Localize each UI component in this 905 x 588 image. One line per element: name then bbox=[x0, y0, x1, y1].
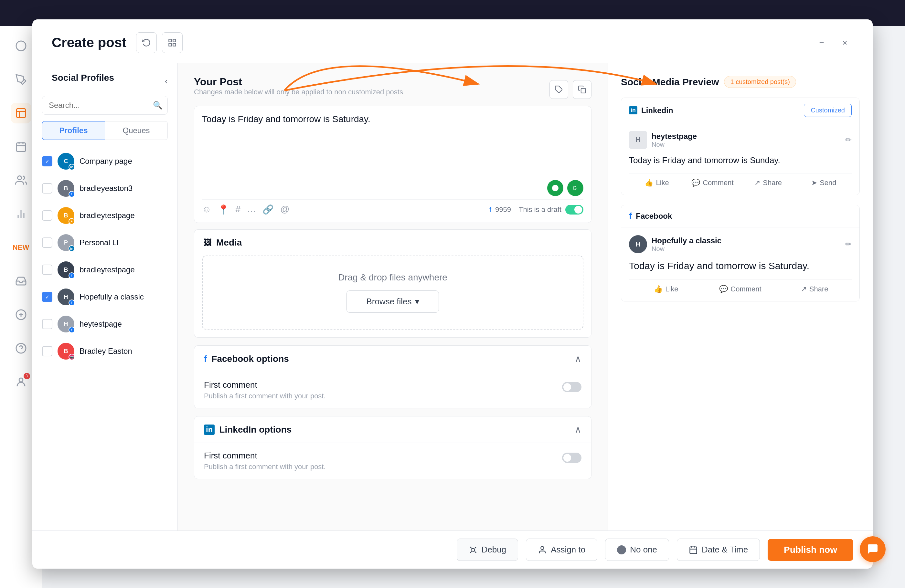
profile-checkbox-personalLI[interactable] bbox=[42, 238, 52, 248]
ai-check-icon[interactable] bbox=[547, 180, 564, 196]
tab-queues[interactable]: Queues bbox=[105, 121, 168, 140]
post-textarea[interactable]: Today is Friday and tomorrow is Saturday… bbox=[202, 114, 583, 179]
modal-header: Create post − × bbox=[32, 19, 873, 63]
profile-checkbox-bradleyEaston[interactable] bbox=[42, 346, 52, 357]
profile-checkbox-bradleyeaston3[interactable] bbox=[42, 183, 52, 193]
sidebar-icon-inbox[interactable] bbox=[11, 271, 31, 292]
profile-item-company[interactable]: ✓ C in Company page bbox=[39, 147, 171, 175]
profile-item-bradleytestpage[interactable]: B ★ bradleytestpage bbox=[39, 202, 171, 229]
sidebar-icon-home[interactable] bbox=[11, 36, 31, 56]
facebook-options-section: f Facebook options ∧ First comment Publi… bbox=[194, 346, 592, 408]
svg-rect-12 bbox=[581, 88, 586, 93]
customized-badge[interactable]: 1 customized post(s) bbox=[724, 76, 796, 88]
profile-item-bradleytestpage2[interactable]: B f bradleytestpage bbox=[39, 256, 171, 283]
ellipsis-icon[interactable]: … bbox=[247, 204, 256, 215]
profile-checkbox-company[interactable]: ✓ bbox=[42, 156, 52, 166]
link-icon[interactable]: 🔗 bbox=[262, 204, 274, 215]
linkedin-customized-button[interactable]: Customized bbox=[804, 104, 852, 117]
facebook-comment-action[interactable]: 💬 Comment bbox=[703, 285, 778, 293]
sidebar-icon-people[interactable] bbox=[11, 170, 31, 191]
tab-profiles[interactable]: Profiles bbox=[42, 121, 105, 140]
profile-checkbox-hopefully[interactable]: ✓ bbox=[42, 292, 52, 302]
linkedin-edit-button[interactable]: ✏ bbox=[845, 135, 852, 144]
linkedin-options-chevron[interactable]: ∧ bbox=[575, 424, 581, 435]
profile-name-bradleytestpage2: bradleytestpage bbox=[79, 265, 135, 274]
linkedin-post-header: H heytestpage Now ✏ bbox=[629, 131, 852, 149]
facebook-options-chevron[interactable]: ∧ bbox=[575, 353, 581, 364]
profile-tabs: Profiles Queues bbox=[42, 121, 168, 140]
tag-button[interactable] bbox=[549, 80, 568, 99]
profile-name-heytestpage: heytestpage bbox=[79, 320, 122, 328]
linkedin-post-text: Today is Friday and tomorrow is Sunday. bbox=[629, 154, 852, 167]
emoji-icon[interactable]: ☺ bbox=[202, 204, 211, 215]
sidebar-icon-posts[interactable] bbox=[11, 103, 31, 124]
preview-title: Social Media Preview bbox=[621, 76, 719, 87]
sidebar-icon-add[interactable] bbox=[11, 304, 31, 325]
draft-toggle-switch[interactable] bbox=[565, 205, 583, 214]
sidebar-icon-calendar[interactable] bbox=[11, 136, 31, 157]
date-time-button[interactable]: Date & Time bbox=[677, 539, 760, 561]
copy-button[interactable] bbox=[573, 80, 592, 99]
your-post-title: Your Post bbox=[194, 76, 403, 88]
facebook-options-body: First comment Publish a first comment wi… bbox=[194, 372, 591, 408]
no-one-button[interactable]: No one bbox=[605, 539, 669, 561]
toolbar-icons: ☺ 📍 # … 🔗 @ bbox=[202, 204, 290, 215]
profile-checkbox-bradleytestpage[interactable] bbox=[42, 210, 52, 221]
media-section: 🖼 Media Drag & drop files anywhere Brows… bbox=[194, 230, 592, 338]
post-header-icons bbox=[549, 80, 592, 99]
profile-item-hopefully[interactable]: ✓ H f Hopefully a classic bbox=[39, 283, 171, 311]
facebook-first-comment-desc: Publish a first comment with your post. bbox=[204, 392, 326, 400]
profile-list: ✓ C in Company page B f bradleyeaston3 bbox=[32, 147, 178, 521]
assign-to-button[interactable]: Assign to bbox=[526, 539, 597, 561]
profile-checkbox-bradleytestpage2[interactable] bbox=[42, 265, 52, 275]
svg-point-13 bbox=[552, 185, 559, 191]
publish-now-button[interactable]: Publish now bbox=[768, 539, 853, 561]
facebook-first-comment-toggle[interactable] bbox=[562, 382, 581, 392]
history-button[interactable] bbox=[136, 32, 157, 53]
location-icon[interactable]: 📍 bbox=[218, 204, 229, 215]
hashtag-icon[interactable]: # bbox=[236, 204, 241, 215]
sidebar-icon-new[interactable]: NEW bbox=[11, 237, 31, 258]
linkedin-comment-action[interactable]: 💬 Comment bbox=[684, 179, 740, 187]
sidebar-icon-help[interactable] bbox=[11, 338, 31, 359]
browse-files-button[interactable]: Browse files ▾ bbox=[346, 290, 438, 313]
profile-item-bradleyEaston[interactable]: B 📷 Bradley Easton bbox=[39, 338, 171, 365]
profile-name-bradleytestpage: bradleytestpage bbox=[79, 211, 135, 220]
media-dropzone[interactable]: Drag & drop files anywhere Browse files … bbox=[202, 255, 583, 330]
linkedin-like-action[interactable]: 👍 Like bbox=[629, 179, 684, 187]
assign-to-label: Assign to bbox=[551, 545, 585, 555]
linkedin-first-comment-toggle[interactable] bbox=[562, 453, 581, 463]
linkedin-share-action[interactable]: ↗ Share bbox=[740, 179, 796, 187]
linkedin-options-body: First comment Publish a first comment wi… bbox=[194, 443, 591, 479]
minimize-button[interactable]: − bbox=[813, 34, 830, 51]
grid-button[interactable] bbox=[162, 32, 183, 53]
preview-panel: Social Media Preview 1 customized post(s… bbox=[608, 63, 873, 531]
facebook-share-action[interactable]: ↗ Share bbox=[777, 285, 852, 293]
sidebar-icon-analytics[interactable] bbox=[11, 204, 31, 224]
profile-avatar-heytestpage: H f bbox=[57, 315, 75, 333]
close-button[interactable]: × bbox=[837, 34, 853, 51]
svg-point-6 bbox=[19, 378, 23, 382]
sidebar-icon-compose[interactable] bbox=[11, 69, 31, 90]
facebook-account-info: Hopefully a classic Now bbox=[652, 236, 721, 253]
sidebar-icon-user[interactable]: 3 bbox=[11, 372, 31, 392]
your-post-header: Your Post Changes made below will only b… bbox=[194, 76, 592, 103]
linkedin-send-action[interactable]: ➤ Send bbox=[796, 179, 852, 187]
chat-bubble[interactable] bbox=[860, 536, 886, 562]
profile-item-heytestpage[interactable]: H f heytestpage bbox=[39, 311, 171, 338]
debug-button[interactable]: Debug bbox=[457, 539, 518, 561]
ai-sparkle-icon[interactable]: G bbox=[567, 180, 583, 196]
preview-facebook-name: f Facebook bbox=[629, 211, 672, 221]
profile-item-personalLI[interactable]: P in Personal LI bbox=[39, 229, 171, 256]
facebook-like-action[interactable]: 👍 Like bbox=[629, 285, 703, 293]
linkedin-send-icon: ➤ bbox=[811, 179, 817, 187]
facebook-post-time: Now bbox=[652, 245, 721, 253]
search-input[interactable] bbox=[42, 96, 168, 115]
collapse-profiles-button[interactable]: ‹ bbox=[165, 76, 168, 86]
facebook-edit-button[interactable]: ✏ bbox=[845, 240, 852, 249]
svg-rect-7 bbox=[169, 40, 171, 42]
mention-icon[interactable]: @ bbox=[280, 204, 289, 215]
profile-checkbox-heytestpage[interactable] bbox=[42, 319, 52, 329]
facebook-post-text: Today is Friday and tomorrow is Saturday… bbox=[629, 258, 852, 273]
profile-item-bradleyeaston3[interactable]: B f bradleyeaston3 bbox=[39, 175, 171, 202]
